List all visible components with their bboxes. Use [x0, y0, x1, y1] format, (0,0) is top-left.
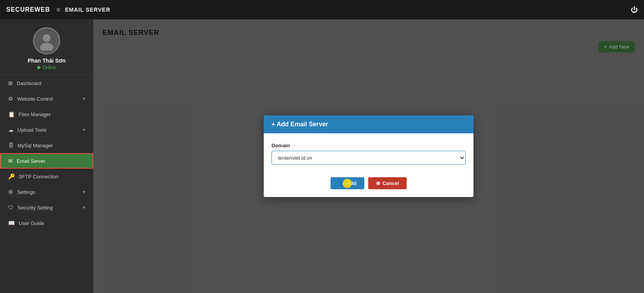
sidebar-item-sftp-connection[interactable]: 🔑 SFTP Connection: [0, 169, 93, 184]
modal-footer: 👤 Add ⊗ Cancel: [264, 173, 473, 197]
modal-header: + Add Email Server: [264, 115, 473, 133]
settings-icon: ⚙: [8, 189, 13, 195]
user-guide-icon: 📖: [8, 220, 15, 226]
power-icon[interactable]: ⏻: [631, 6, 638, 14]
add-button-label: Add: [347, 180, 357, 186]
mysql-icon: 🗄: [8, 142, 14, 148]
domain-label: Domain: [272, 143, 466, 148]
sidebar-item-label: Email Server: [17, 158, 45, 164]
add-user-icon: 👤: [338, 180, 345, 186]
chevron-down-icon: ▼: [82, 127, 86, 132]
status-dot: [37, 66, 40, 69]
dashboard-icon: ⊞: [8, 80, 13, 86]
sidebar-item-label: User Guide: [19, 220, 44, 226]
svg-point-1: [40, 43, 53, 51]
avatar: [33, 27, 60, 54]
brand-logo: SECUREWEB: [6, 6, 50, 13]
sidebar-item-settings[interactable]: ⚙ Settings ▼: [0, 184, 93, 200]
security-icon: 🛡: [8, 204, 14, 211]
chevron-down-icon: ▼: [82, 205, 86, 210]
sidebar-item-label: Settings: [17, 189, 35, 195]
svg-point-0: [43, 34, 50, 42]
menu-toggle-icon[interactable]: ≡: [56, 6, 61, 14]
add-button[interactable]: 👤 Add: [331, 177, 364, 189]
status-text: Online: [42, 65, 56, 70]
sidebar-item-label: Files Manager: [19, 112, 50, 117]
sidebar-item-label: SFTP Connection: [19, 174, 58, 180]
main-layout: Phan Thái Sơn Online ⊞ Dashboard ⚙ Websi…: [0, 19, 644, 293]
sidebar-item-label: Security Setting: [17, 205, 53, 211]
sidebar-item-label: MySql Manager: [17, 143, 53, 148]
sftp-icon: 🔑: [8, 173, 15, 180]
add-button-wrapper: 👤 Add: [331, 177, 364, 189]
user-profile: Phan Thái Sơn Online: [0, 19, 93, 75]
user-status: Online: [37, 65, 56, 70]
domain-select[interactable]: tentenviet.id.vn: [272, 151, 466, 165]
sidebar-item-security-setting[interactable]: 🛡 Security Setting ▼: [0, 200, 93, 215]
chevron-down-icon: ▼: [82, 96, 86, 101]
sidebar-item-website-control[interactable]: ⚙ Website Control ▼: [0, 91, 93, 106]
cancel-button[interactable]: ⊗ Cancel: [368, 177, 407, 189]
main-content: EMAIL SERVER + Add New + Add Email Serve…: [93, 19, 644, 293]
sidebar-item-label: Upload Tools: [17, 127, 47, 133]
navbar: SECUREWEB ≡ EMAIL SERVER ⏻: [0, 0, 644, 19]
sidebar: Phan Thái Sơn Online ⊞ Dashboard ⚙ Websi…: [0, 19, 93, 293]
email-server-icon: ✉: [8, 158, 13, 164]
user-name: Phan Thái Sơn: [28, 58, 66, 64]
add-email-server-modal: + Add Email Server Domain tentenviet.id.…: [264, 115, 473, 197]
sidebar-item-mysql-manager[interactable]: 🗄 MySql Manager: [0, 138, 93, 153]
sidebar-item-email-server[interactable]: ✉ Email Server: [0, 153, 93, 169]
modal-overlay: + Add Email Server Domain tentenviet.id.…: [93, 19, 644, 293]
upload-tools-icon: ☁: [8, 127, 14, 133]
sidebar-item-label: Dashboard: [17, 80, 42, 86]
website-control-icon: ⚙: [8, 96, 13, 102]
modal-body: Domain tentenviet.id.vn: [264, 133, 473, 173]
avatar-icon: [37, 31, 56, 51]
files-manager-icon: 📋: [8, 111, 15, 117]
sidebar-item-dashboard[interactable]: ⊞ Dashboard: [0, 75, 93, 91]
chevron-down-icon: ▼: [82, 190, 86, 194]
sidebar-item-upload-tools[interactable]: ☁ Upload Tools ▼: [0, 122, 93, 138]
cancel-button-label: Cancel: [383, 180, 399, 186]
sidebar-item-files-manager[interactable]: 📋 Files Manager: [0, 106, 93, 122]
navbar-title: EMAIL SERVER: [65, 7, 111, 13]
sidebar-item-user-guide[interactable]: 📖 User Guide: [0, 215, 93, 231]
modal-title: + Add Email Server: [272, 121, 328, 128]
sidebar-item-label: Website Control: [17, 96, 53, 102]
nav-list: ⊞ Dashboard ⚙ Website Control ▼ 📋 Files …: [0, 75, 93, 231]
cancel-icon: ⊗: [376, 180, 380, 186]
